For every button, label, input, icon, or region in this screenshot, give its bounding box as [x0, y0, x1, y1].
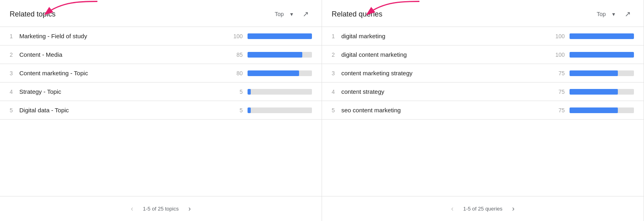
left-row-label-4: Strategy - Topic — [19, 88, 223, 95]
left-row-value-5: 5 — [223, 107, 243, 114]
left-row-num-2: 2 — [10, 52, 19, 58]
left-bar-container-1 — [248, 33, 312, 39]
left-bar-container-3 — [248, 70, 312, 76]
right-header-controls: Top ▾ ↗ — [597, 8, 634, 20]
right-row-label-1: digital marketing — [341, 33, 545, 39]
left-bar-fill-1 — [248, 33, 312, 39]
left-bar-container-4 — [248, 89, 312, 95]
right-next-button[interactable]: › — [509, 203, 518, 215]
left-table-row: 4 Strategy - Topic 5 — [0, 83, 322, 101]
right-bar-fill-3 — [570, 70, 618, 76]
left-row-num-4: 4 — [10, 89, 19, 95]
right-table-row: 1 digital marketing 100 — [322, 27, 644, 45]
left-row-num-1: 1 — [10, 33, 19, 39]
right-bar-container-2 — [570, 52, 634, 58]
chevron-down-icon: ▾ — [290, 11, 293, 17]
right-bar-container-4 — [570, 89, 634, 95]
right-arrow-annotation — [358, 0, 423, 21]
left-table-row: 1 Marketing - Field of study 100 — [0, 27, 322, 45]
left-row-label-5: Digital data - Topic — [19, 107, 223, 114]
prev-icon-right: ‹ — [451, 204, 454, 213]
left-table-row: 2 Content - Media 85 — [0, 45, 322, 64]
next-icon-right: › — [512, 204, 514, 213]
left-bar-fill-3 — [248, 70, 299, 76]
right-bar-container-1 — [570, 33, 634, 39]
right-bar-fill-5 — [570, 107, 618, 113]
right-bar-fill-4 — [570, 89, 618, 95]
right-row-value-5: 75 — [545, 107, 565, 114]
left-bar-fill-5 — [248, 107, 251, 113]
right-table-row: 2 digital content marketing 100 — [322, 45, 644, 64]
right-bar-container-5 — [570, 107, 634, 113]
right-row-label-2: digital content marketing — [341, 51, 545, 58]
left-row-value-4: 5 — [223, 89, 243, 95]
right-top-dropdown[interactable]: ▾ — [609, 9, 618, 19]
chevron-down-icon-right: ▾ — [612, 11, 615, 17]
right-row-label-3: content marketing strategy — [341, 70, 545, 76]
right-row-num-2: 2 — [332, 52, 341, 58]
right-row-num-4: 4 — [332, 89, 341, 95]
right-panel-footer: ‹ 1-5 of 25 queries › — [322, 196, 644, 221]
right-table-row: 5 seo content marketing 75 — [322, 101, 644, 120]
right-pagination: 1-5 of 25 queries — [463, 206, 503, 212]
right-row-value-2: 100 — [545, 52, 565, 58]
right-bar-fill-2 — [570, 52, 634, 58]
share-icon: ↗ — [303, 10, 309, 18]
left-top-dropdown[interactable]: ▾ — [287, 9, 296, 19]
left-share-button[interactable]: ↗ — [299, 8, 312, 20]
left-prev-button[interactable]: ‹ — [128, 203, 136, 215]
left-row-value-1: 100 — [223, 33, 243, 39]
right-row-value-4: 75 — [545, 89, 565, 95]
right-bar-fill-1 — [570, 33, 634, 39]
left-panel-header: Related topics Top ▾ ↗ — [0, 0, 322, 27]
right-table-row: 4 content strategy 75 — [322, 83, 644, 101]
left-row-label-3: Content marketing - Topic — [19, 70, 223, 76]
left-panel: Related topics Top ▾ ↗ 1 Marketing - Fie… — [0, 0, 322, 221]
left-bar-fill-4 — [248, 89, 251, 95]
left-row-label-2: Content - Media — [19, 51, 223, 58]
right-top-label: Top — [597, 11, 606, 17]
share-icon-right: ↗ — [625, 10, 631, 18]
right-row-num-1: 1 — [332, 33, 341, 39]
right-table-row: 3 content marketing strategy 75 — [322, 64, 644, 83]
right-bar-container-3 — [570, 70, 634, 76]
right-row-value-1: 100 — [545, 33, 565, 39]
right-prev-button[interactable]: ‹ — [448, 203, 457, 215]
left-header-controls: Top ▾ ↗ — [275, 8, 312, 20]
left-row-num-5: 5 — [10, 107, 19, 114]
left-row-num-3: 3 — [10, 70, 19, 76]
right-panel-header: Related queries Top ▾ ↗ — [322, 0, 644, 27]
right-share-button[interactable]: ↗ — [621, 8, 634, 20]
left-next-button[interactable]: › — [185, 203, 194, 215]
left-row-value-3: 80 — [223, 70, 243, 76]
right-row-num-3: 3 — [332, 70, 341, 76]
left-row-value-2: 85 — [223, 52, 243, 58]
right-table-body: 1 digital marketing 100 2 digital conten… — [322, 27, 644, 196]
left-arrow-annotation — [36, 0, 101, 21]
left-top-label: Top — [275, 11, 284, 17]
left-table-row: 5 Digital data - Topic 5 — [0, 101, 322, 120]
right-row-num-5: 5 — [332, 107, 341, 114]
left-row-label-1: Marketing - Field of study — [19, 33, 223, 39]
left-bar-container-2 — [248, 52, 312, 58]
right-row-value-3: 75 — [545, 70, 565, 76]
prev-icon: ‹ — [131, 204, 133, 213]
left-bar-fill-2 — [248, 52, 302, 58]
left-table-row: 3 Content marketing - Topic 80 — [0, 64, 322, 83]
left-bar-container-5 — [248, 107, 312, 113]
left-panel-footer: ‹ 1-5 of 25 topics › — [0, 196, 322, 221]
left-pagination: 1-5 of 25 topics — [143, 206, 179, 212]
right-row-label-4: content strategy — [341, 88, 545, 95]
left-table-body: 1 Marketing - Field of study 100 2 Conte… — [0, 27, 322, 196]
right-row-label-5: seo content marketing — [341, 107, 545, 114]
next-icon: › — [188, 204, 191, 213]
right-panel: Related queries Top ▾ ↗ 1 digital market… — [322, 0, 644, 221]
